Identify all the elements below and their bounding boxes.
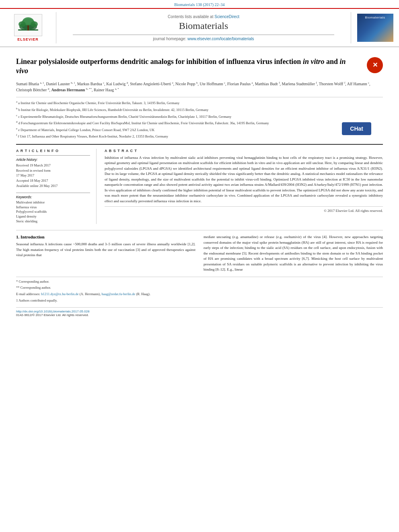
- science-direct-label: Contents lists available at ScienceDirec…: [168, 14, 239, 19]
- footnote-authors-equal: 1 Authors contributed equally.: [16, 298, 383, 303]
- received-date: Received 19 March 2017: [16, 163, 90, 168]
- keywords-block: Keywords: Multivalent inhibitor Influenz…: [16, 193, 90, 224]
- intro-text-left: Seasonal influenza A infections cause ~5…: [16, 242, 195, 258]
- email-link-2[interactable]: haag@zedat.fu-berlin.de: [101, 292, 135, 296]
- intro-col-left: 1. Introduction Seasonal influenza A inf…: [16, 234, 195, 273]
- footnote-corresponding2: ** Corresponding author.: [16, 285, 383, 290]
- article-title-block: Linear polysialoside outperforms dendrit…: [16, 57, 383, 76]
- journal-title-area: Contents lists available at ScienceDirec…: [56, 12, 351, 43]
- publisher-logo: ELSEVIER: [0, 12, 56, 43]
- doi-link[interactable]: http://dx.doi.org/10.1016/j.biomaterials…: [16, 310, 383, 313]
- email-link-1[interactable]: h1211.dyz@rz.hu-berlin.de: [41, 292, 78, 296]
- revised-date: 17 May 2017: [16, 173, 90, 178]
- issn-line: 0142-9612/© 2017 Elsevier Ltd. All right…: [16, 313, 383, 317]
- footnote-corresponding1: * Corresponding author.: [16, 279, 383, 284]
- introduction-section: 1. Introduction Seasonal influenza A inf…: [16, 230, 383, 273]
- main-content: Linear polysialoside outperforms dendrit…: [0, 47, 399, 323]
- introduction-columns: 1. Introduction Seasonal influenza A inf…: [16, 234, 383, 273]
- homepage-label: journal homepage: www.elsevier.com/locat…: [153, 37, 254, 41]
- abstract-title: A B S T R A C T: [105, 149, 383, 153]
- intro-text-right: mediate uncoating (e.g. amantadine) or r…: [204, 234, 383, 273]
- journal-name: Biomaterials: [179, 21, 228, 31]
- footnotes-block: * Corresponding author. ** Corresponding…: [16, 277, 383, 303]
- svg-point-6: [19, 21, 26, 27]
- authors-list: Sumati Bhatia a, 1, Daniel Lauster b, 1,…: [16, 81, 383, 93]
- affiliations-block: a a Institut für Chemie und Biochemie Or…: [16, 97, 383, 139]
- crossmark-icon: ✕: [367, 57, 383, 73]
- article-info-title: A R T I C L E I N F O: [16, 149, 90, 153]
- biomaterials-badge: Biomaterials: [357, 14, 393, 42]
- keyword-3: Polyglycerol scaffolds: [16, 210, 90, 214]
- keyword-5: Steric shielding: [16, 219, 90, 224]
- author-highlight: Andreas Herrmann: [51, 88, 85, 92]
- svg-point-7: [31, 21, 38, 27]
- affiliation-e: e e Department of Materials, Imperial Co…: [16, 127, 383, 133]
- email-label: E-mail addresses:: [16, 292, 40, 296]
- keyword-1: Multivalent inhibitor: [16, 200, 90, 205]
- article-info-panel: A R T I C L E I N F O Article history: R…: [16, 149, 97, 224]
- section-heading: 1. Introduction: [16, 234, 195, 239]
- elsevier-brand: ELSEVIER: [17, 37, 39, 41]
- chat-button[interactable]: CHat: [342, 122, 371, 135]
- affiliation-a: a a Institut für Chemie und Biochemie Or…: [16, 100, 383, 106]
- accepted-date: Accepted 18 May 2017: [16, 178, 90, 183]
- affiliation-c: c c Experimentelle Rheumatologie, Deutsc…: [16, 113, 383, 119]
- copyright-notice: © 2017 Elsevier Ltd. All rights reserved…: [105, 206, 383, 213]
- science-direct-link[interactable]: ScienceDirect: [214, 14, 239, 19]
- biomaterials-badge-area: Biomaterials: [351, 12, 399, 43]
- header-divider: [73, 35, 334, 35]
- abstract-text: Inhibition of influenza A virus infectio…: [105, 155, 383, 204]
- abstract-panel: A B S T R A C T Inhibition of influenza …: [105, 149, 383, 224]
- article-history: Article history: Received 19 March 2017 …: [16, 155, 90, 189]
- affiliation-b: b b Institut für Biologie, Molekulare Bi…: [16, 107, 383, 113]
- keyword-2: Influenza virus: [16, 205, 90, 210]
- badge-text: Biomaterials: [365, 16, 385, 19]
- journal-header: ELSEVIER Contents lists available at Sci…: [0, 8, 399, 47]
- footnote-emails: E-mail addresses: h1211.dyz@rz.hu-berlin…: [16, 292, 383, 297]
- keyword-4: Ligand density: [16, 214, 90, 219]
- elsevier-tree-image: [14, 14, 42, 36]
- article-title-text: Linear polysialoside outperforms dendrit…: [16, 58, 346, 75]
- available-date: Available online 20 May 2017: [16, 183, 90, 189]
- revised-label: Received in revised form: [16, 168, 90, 173]
- history-label: Article history:: [16, 158, 90, 162]
- affiliation-f: f f Unit 17, Influenza and Other Respira…: [16, 133, 383, 139]
- info-abstract-columns: A R T I C L E I N F O Article history: R…: [16, 144, 383, 224]
- homepage-url[interactable]: www.elsevier.com/locate/biomaterials: [187, 37, 254, 41]
- crossmark-badge[interactable]: ✕: [367, 57, 383, 73]
- journal-reference: Biomaterials 138 (2017) 22–34: [0, 0, 399, 8]
- bottom-bar: http://dx.doi.org/10.1016/j.biomaterials…: [16, 307, 383, 317]
- keywords-label: Keywords:: [16, 195, 90, 199]
- intro-col-right: mediate uncoating (e.g. amantadine) or r…: [204, 234, 383, 273]
- affiliation-d: d d Forschungszentrum für Elektronenmikr…: [16, 120, 383, 126]
